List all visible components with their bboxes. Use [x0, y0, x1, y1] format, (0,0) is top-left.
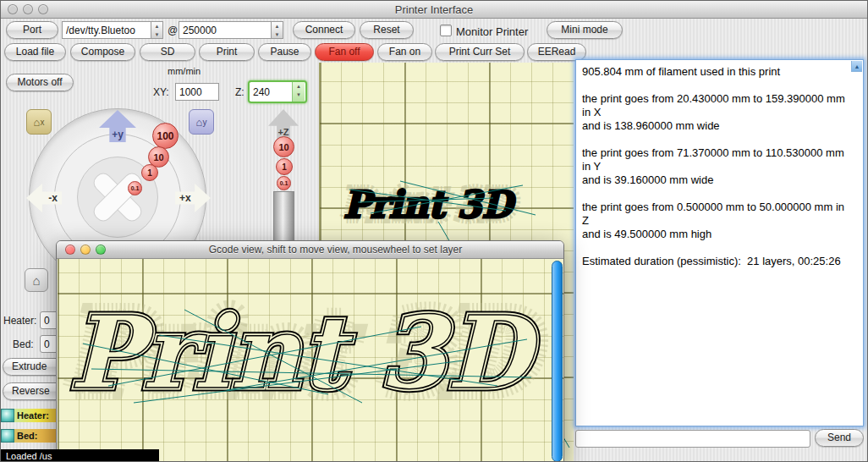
close-button[interactable]: [8, 4, 18, 14]
reset-button[interactable]: Reset: [360, 21, 414, 39]
z-feed-group: ▲▼: [248, 80, 307, 103]
fan-on-button[interactable]: Fan on: [377, 43, 432, 61]
send-button[interactable]: Send: [815, 429, 864, 447]
artwork-outline-inner: Print 3D: [69, 294, 540, 411]
home-icon: ⌂: [32, 273, 40, 288]
compose-button[interactable]: Compose: [70, 43, 135, 61]
heater-label: Heater:: [3, 315, 36, 327]
printer-interface-window: Print 3D Print 3D Printer Interface Port…: [0, 0, 868, 462]
pause-button[interactable]: Pause: [258, 43, 311, 61]
log-scroll-up[interactable]: ▲: [851, 61, 862, 72]
z-plus-button[interactable]: +Z: [268, 109, 299, 140]
feedrate-units-label: mm/min: [168, 66, 201, 76]
gcode-minimize-button[interactable]: [80, 245, 91, 255]
gcode-zoom-button[interactable]: [96, 245, 106, 255]
monitor-printer-label: Monitor Printer: [456, 25, 528, 38]
log-line: the print goes from 71.370000 mm to 110.…: [582, 146, 849, 173]
load-file-button[interactable]: Load file: [4, 43, 66, 61]
gcode-view-window[interactable]: Gcode view, shift to move view, mousewhe…: [56, 240, 564, 462]
baud-input[interactable]: [179, 21, 272, 39]
xy-feed-label: XY:: [153, 86, 169, 98]
window-title: Printer Interface: [1, 1, 867, 19]
z-feed-stepper[interactable]: ▲▼: [292, 82, 305, 102]
bed-gauge-label: Bed:: [14, 431, 37, 441]
heater-gauge-label: Heater:: [14, 410, 49, 421]
z-feed-label: Z:: [235, 86, 244, 98]
heater-gauge-thumb: [1, 409, 14, 422]
z-jog-column[interactable]: [273, 191, 294, 242]
log-line: the print goes from 0.500000 mm to 50.00…: [582, 201, 849, 228]
port-stepper[interactable]: ▲▼: [151, 21, 163, 39]
home-y-label: y: [202, 118, 206, 127]
bed-gauge-thumb: [1, 429, 14, 443]
log-output[interactable]: 905.804 mm of filament used in this prin…: [575, 59, 864, 426]
main-titlebar[interactable]: Printer Interface: [1, 1, 867, 19]
send-command-input[interactable]: [575, 430, 810, 448]
home-x-button[interactable]: ⌂x: [26, 109, 52, 135]
minimize-button[interactable]: [23, 4, 33, 14]
home-y-button[interactable]: ⌂y: [189, 109, 214, 135]
motors-off-button[interactable]: Motors off: [6, 74, 74, 91]
z-step-10[interactable]: 10: [273, 136, 294, 157]
port-button[interactable]: Port: [6, 21, 58, 39]
log-line: and is 39.160000 mm wide: [582, 173, 849, 187]
baud-stepper[interactable]: ▲▼: [271, 21, 283, 39]
z-step-1[interactable]: 1: [276, 158, 293, 175]
home-x-label: x: [40, 118, 44, 127]
gcode-window-titlebar[interactable]: Gcode view, shift to move view, mousewhe…: [57, 241, 563, 259]
monitor-printer-checkbox[interactable]: [440, 25, 452, 36]
jog-step-100[interactable]: 100: [152, 123, 179, 149]
port-input[interactable]: [62, 21, 151, 39]
z-step-0-1[interactable]: 0.1: [277, 176, 291, 190]
z-feed-input[interactable]: [250, 83, 292, 101]
print-preview-text: Print 3D: [343, 183, 517, 226]
log-line: [582, 133, 849, 146]
print-curr-set-button[interactable]: Print Curr Set: [435, 43, 525, 61]
gcode-layer-scrollbar[interactable]: [552, 261, 563, 462]
log-line: Estimated duration (pessimistic): 21 lay…: [582, 255, 849, 268]
gcode-window-title: Gcode view, shift to move view, mousewhe…: [57, 241, 563, 259]
status-bar: Loaded /us: [1, 449, 159, 462]
mini-mode-button[interactable]: Mini mode: [547, 21, 623, 39]
fan-off-button[interactable]: Fan off: [315, 43, 374, 61]
jog-step-1[interactable]: 1: [141, 164, 158, 181]
gcode-close-button[interactable]: [65, 245, 75, 255]
gcode-view-canvas[interactable]: Print 3D Print 3D Print 3D Print 3D: [58, 259, 564, 462]
log-line: 905.804 mm of filament used in this prin…: [582, 65, 849, 79]
log-line: the print goes from 20.430000 mm to 159.…: [582, 92, 849, 119]
sd-button[interactable]: SD: [140, 43, 195, 61]
log-line: [582, 187, 849, 201]
home-icon: ⌂: [196, 116, 203, 129]
at-label: @: [168, 25, 178, 36]
home-icon: ⌂: [34, 116, 41, 129]
home-all-button[interactable]: ⌂: [25, 268, 48, 292]
bed-label: Bed:: [13, 338, 34, 350]
print-button[interactable]: Print: [199, 43, 255, 61]
eeread-button[interactable]: EERead: [527, 43, 586, 61]
log-line: and is 138.960000 mm wide: [582, 119, 849, 133]
jog-step-0-1[interactable]: 0.1: [128, 181, 142, 195]
log-line: [582, 79, 849, 92]
zoom-button[interactable]: [38, 4, 48, 14]
log-line: and is 49.500000 mm high: [582, 228, 849, 241]
connect-button[interactable]: Connect: [293, 21, 355, 39]
xy-feed-input[interactable]: [175, 83, 219, 101]
log-line: [582, 241, 849, 255]
